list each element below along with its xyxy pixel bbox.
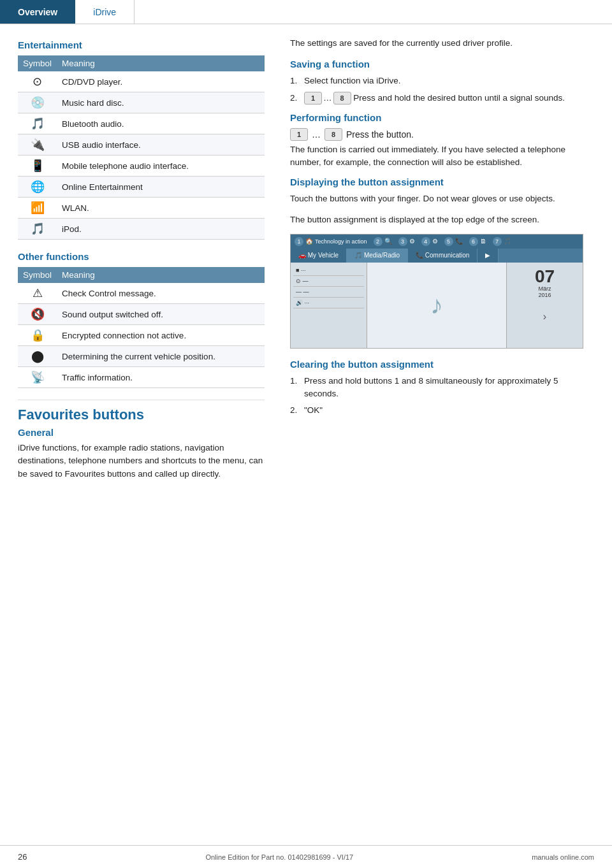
entertainment-title: Entertainment	[18, 40, 265, 50]
button-pair-saving: 1 … 8	[304, 92, 351, 105]
button-1-saving: 1	[304, 92, 322, 105]
right-intro: The settings are saved for the currently…	[290, 37, 594, 50]
symbol-cell: ⊙	[18, 71, 57, 92]
table-row: ⬤Determining the current vehicle positio…	[18, 346, 265, 367]
meaning-cell: CD/DVD player.	[57, 71, 265, 92]
screen-top-item-1: 1 🏠 Technology in action	[295, 237, 367, 246]
other-functions-table: Symbol Meaning ⚠Check Control message.🔇S…	[18, 267, 265, 388]
meaning-cell: iPod.	[57, 219, 265, 240]
performing-function-title: Performing function	[290, 112, 594, 123]
button-8-performing: 8	[324, 128, 342, 141]
entertainment-table: Symbol Meaning ⊙CD/DVD player.💿Music har…	[18, 55, 265, 240]
favourites-title: Favourites buttons	[18, 407, 265, 423]
left-column: Entertainment Symbol Meaning ⊙CD/DVD pla…	[0, 37, 277, 487]
displaying-body2: The button assignment is displayed at th…	[290, 213, 594, 226]
other-col-symbol: Symbol	[18, 267, 57, 283]
symbol-cell: 🌐	[18, 177, 57, 198]
clearing-assignment-title: Clearing the button assignment	[290, 359, 594, 370]
entertainment-col-meaning: Meaning	[57, 55, 265, 71]
screen-top-item-6: 6 🗎	[469, 237, 486, 246]
table-row: 💿Music hard disc.	[18, 92, 265, 113]
meaning-cell: Bluetooth audio.	[57, 113, 265, 134]
music-note-icon: ♪	[430, 291, 443, 319]
table-row: 🎵Bluetooth audio.	[18, 113, 265, 134]
performing-step-text: Press the button.	[346, 129, 414, 140]
meaning-cell: Traffic information.	[57, 367, 265, 388]
table-row: 🎵iPod.	[18, 219, 265, 240]
screen-nav-myvehicle: 🚗 My Vehicle	[291, 249, 347, 263]
symbol-cell: 🎵	[18, 113, 57, 134]
displaying-assignment-title: Displaying the button assignment	[290, 177, 594, 187]
table-row: ⊙CD/DVD player.	[18, 71, 265, 92]
symbol-cell: 📡	[18, 367, 57, 388]
performing-body: The function is carried out immediately.…	[290, 143, 594, 170]
saving-function-title: Saving a function	[290, 59, 594, 69]
meaning-cell: Determining the current vehicle position…	[57, 346, 265, 367]
table-row: 🔌USB audio interface.	[18, 134, 265, 156]
footer-page-number: 26	[18, 852, 27, 862]
saving-steps: 1. Select function via iDrive. 2. 1 … 8 …	[290, 75, 594, 105]
screen-menu-1: ■ ···	[293, 265, 364, 276]
screen-top-item-3: 3 ⚙	[398, 237, 415, 246]
header-tabs: Overview iDrive	[0, 0, 612, 24]
button-8-saving: 8	[333, 92, 351, 105]
symbol-cell: 📱	[18, 156, 57, 177]
meaning-cell: Encrypted connection not active.	[57, 325, 265, 346]
screen-nav-mediaradio: 🎵 Media/Radio	[347, 249, 408, 263]
screen-top-item-4: 4 ⚙	[421, 237, 438, 246]
button-1-performing: 1	[290, 128, 308, 141]
meaning-cell: USB audio interface.	[57, 134, 265, 156]
meaning-cell: Check Control message.	[57, 283, 265, 304]
screen-nav-bar: 🚗 My Vehicle 🎵 Media/Radio 📞 Communicati…	[291, 249, 583, 263]
symbol-cell: 🔇	[18, 304, 57, 325]
screen-top-item-7: 7 🎵	[493, 237, 511, 246]
meaning-cell: Music hard disc.	[57, 92, 265, 113]
general-subtitle: General	[18, 427, 265, 438]
screen-right-panel: 07 März2016 ›	[506, 263, 583, 348]
symbol-cell: 🔒	[18, 325, 57, 346]
screen-top-item-5: 5 📞	[444, 237, 463, 246]
table-row: 📶WLAN.	[18, 198, 265, 219]
table-row: ⚠Check Control message.	[18, 283, 265, 304]
screen-month: März2016	[538, 286, 551, 298]
table-row: 🌐Online Entertainment	[18, 177, 265, 198]
tab-idrive[interactable]: iDrive	[75, 0, 135, 24]
meaning-cell: Sound output switched off.	[57, 304, 265, 325]
table-row: 🔒Encrypted connection not active.	[18, 325, 265, 346]
screen-top-bar: 1 🏠 Technology in action 2 🔍 3 ⚙ 4 ⚙	[291, 235, 583, 249]
footer-right-text: manuals online.com	[532, 853, 594, 861]
displaying-body1: Touch the buttons with your finger. Do n…	[290, 192, 594, 205]
screen-center-panel: ♪	[367, 263, 506, 348]
symbol-cell: ⚠	[18, 283, 57, 304]
table-row: 🔇Sound output switched off.	[18, 304, 265, 325]
screen-chevron-icon: ›	[543, 311, 546, 322]
screen-left-panel: ■ ··· ⊙ — — — 🔊 ···	[291, 263, 367, 348]
right-column: The settings are saved for the currently…	[277, 37, 612, 487]
meaning-cell: WLAN.	[57, 198, 265, 219]
main-container: Entertainment Symbol Meaning ⊙CD/DVD pla…	[0, 24, 612, 487]
other-col-meaning: Meaning	[57, 267, 265, 283]
tab-overview[interactable]: Overview	[0, 0, 75, 24]
footer: 26 Online Edition for Part no. 014029816…	[0, 845, 612, 868]
clearing-steps: 1. Press and hold buttons 1 and 8 simult…	[290, 375, 594, 417]
clearing-step-2: 2. "OK"	[290, 404, 594, 417]
symbol-cell: 💿	[18, 92, 57, 113]
screen-nav-communication: 📞 Communication	[408, 249, 477, 263]
screen-menu-3: — —	[293, 287, 364, 298]
entertainment-col-symbol: Symbol	[18, 55, 57, 71]
meaning-cell: Mobile telephone audio interface.	[57, 156, 265, 177]
symbol-cell: 🎵	[18, 219, 57, 240]
tab-overview-label: Overview	[18, 7, 57, 17]
screen-top-item-2: 2 🔍	[374, 237, 392, 246]
other-functions-title: Other functions	[18, 251, 265, 262]
screen-body: ■ ··· ⊙ — — — 🔊 ··· ♪ 07 März2016 ›	[291, 263, 583, 348]
footer-center-text: Online Edition for Part no. 01402981699 …	[205, 853, 353, 861]
table-row: 📡Traffic information.	[18, 367, 265, 388]
saving-step-2: 2. 1 … 8 Press and hold the desired butt…	[290, 92, 594, 105]
symbol-cell: ⬤	[18, 346, 57, 367]
screen-nav-more: ▶	[477, 249, 499, 263]
screen-menu-2: ⊙ —	[293, 276, 364, 287]
meaning-cell: Online Entertainment	[57, 177, 265, 198]
screen-date: 07	[535, 268, 555, 286]
table-row: 📱Mobile telephone audio interface.	[18, 156, 265, 177]
